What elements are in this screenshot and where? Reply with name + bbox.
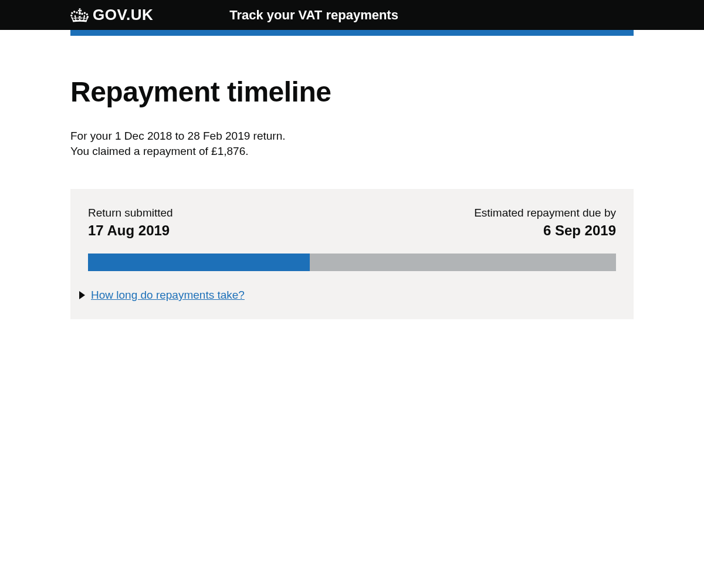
site-header: GOV.UK Track your VAT repayments [0, 0, 704, 30]
submitted-date: 17 Aug 2019 [88, 222, 173, 239]
details-summary-text: How long do repayments take? [91, 289, 245, 302]
details-summary[interactable]: How long do repayments take? [79, 289, 616, 302]
timeline-card: Return submitted 17 Aug 2019 Estimated r… [70, 189, 634, 319]
due-label: Estimated repayment due by [474, 207, 616, 219]
progress-bar-track [88, 254, 616, 271]
disclosure-triangle-icon [79, 291, 85, 299]
progress-bar-fill [88, 254, 310, 271]
header-inner: GOV.UK Track your VAT repayments [70, 0, 634, 30]
page-title: Repayment timeline [70, 77, 634, 108]
timeline-submitted-col: Return submitted 17 Aug 2019 [88, 207, 173, 239]
header-blue-bar [70, 30, 634, 36]
govuk-logo-text: GOV.UK [93, 6, 153, 24]
intro-line1: For your 1 Dec 2018 to 28 Feb 2019 retur… [70, 130, 286, 142]
intro-text: For your 1 Dec 2018 to 28 Feb 2019 retur… [70, 129, 634, 160]
service-name: Track your VAT repayments [229, 8, 398, 23]
submitted-label: Return submitted [88, 207, 173, 219]
crown-icon [70, 8, 89, 23]
govuk-logo-link[interactable]: GOV.UK [70, 6, 153, 24]
intro-line2: You claimed a repayment of £1,876. [70, 145, 249, 157]
timeline-due-col: Estimated repayment due by 6 Sep 2019 [474, 207, 616, 239]
due-date: 6 Sep 2019 [474, 222, 616, 239]
main-content: Repayment timeline For your 1 Dec 2018 t… [70, 36, 634, 319]
timeline-header: Return submitted 17 Aug 2019 Estimated r… [88, 207, 616, 239]
